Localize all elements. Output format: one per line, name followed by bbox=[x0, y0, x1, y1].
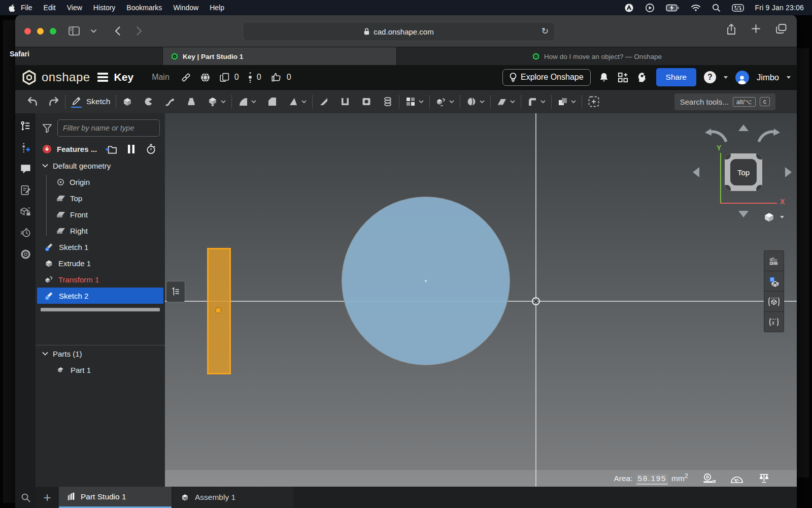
rollback-bar[interactable] bbox=[41, 308, 160, 311]
tree-item-top-plane[interactable]: Top bbox=[36, 190, 165, 206]
sketch-button[interactable]: Sketch bbox=[71, 96, 110, 108]
new-tab-icon[interactable] bbox=[751, 24, 761, 34]
view-cube-face-label[interactable]: Top bbox=[730, 159, 757, 185]
copies-icon[interactable] bbox=[219, 72, 230, 83]
helix-icon[interactable] bbox=[382, 96, 393, 107]
back-icon[interactable] bbox=[115, 26, 120, 36]
tree-item-origin[interactable]: Origin bbox=[36, 174, 165, 190]
thumbs-up-icon[interactable] bbox=[270, 72, 282, 83]
share-button[interactable]: Share bbox=[656, 68, 696, 86]
zoom-window-button[interactable] bbox=[50, 28, 56, 35]
graphics-canvas[interactable]: Y X Top bbox=[165, 113, 797, 487]
filter-funnel-icon[interactable] bbox=[42, 123, 52, 133]
sweep-icon[interactable] bbox=[164, 96, 176, 107]
menu-edit[interactable]: Edit bbox=[38, 4, 61, 12]
sketch2-vertex-point[interactable] bbox=[215, 307, 221, 313]
tree-item-sketch1[interactable]: Sketch 1 bbox=[36, 239, 165, 255]
area-value[interactable]: 58.195 bbox=[636, 474, 668, 485]
select-marquee-icon[interactable] bbox=[588, 96, 600, 108]
apple-icon[interactable] bbox=[8, 4, 15, 12]
tab-search-icon[interactable] bbox=[21, 493, 30, 502]
transform-tool[interactable] bbox=[435, 96, 454, 107]
tab-overview-icon[interactable] bbox=[776, 24, 787, 34]
help-caret-icon[interactable] bbox=[724, 76, 728, 79]
chamfer-icon[interactable] bbox=[266, 96, 278, 107]
feature-list-icon[interactable] bbox=[20, 120, 31, 132]
feature-panel-flyout-handle[interactable] bbox=[166, 281, 185, 302]
redo-icon[interactable] bbox=[48, 97, 59, 107]
notifications-bell-icon[interactable] bbox=[598, 72, 610, 83]
tree-group-default-geometry[interactable]: Default geometry bbox=[36, 157, 165, 174]
view-mode-button[interactable] bbox=[763, 211, 784, 224]
view-rotate-left-icon[interactable] bbox=[693, 167, 699, 177]
boolean-tool[interactable] bbox=[557, 96, 576, 107]
loft-icon[interactable] bbox=[186, 96, 197, 107]
rib-icon[interactable] bbox=[318, 96, 329, 107]
reference-manager-icon[interactable] bbox=[19, 206, 31, 217]
address-bar[interactable]: cad.onshape.com ↻ bbox=[243, 22, 555, 41]
document-title[interactable]: Key bbox=[114, 71, 134, 83]
protractor-icon[interactable] bbox=[730, 473, 743, 484]
sidebar-chevron-icon[interactable] bbox=[91, 29, 96, 33]
split-tool[interactable] bbox=[466, 96, 485, 107]
menu-window[interactable]: Window bbox=[167, 4, 204, 12]
tree-item-part1[interactable]: Part 1 bbox=[36, 362, 165, 378]
app-store-grid-icon[interactable] bbox=[617, 72, 629, 83]
update-available-icon[interactable] bbox=[42, 144, 52, 154]
draft-tool[interactable] bbox=[288, 96, 307, 107]
pattern-tool[interactable] bbox=[405, 96, 424, 107]
user-name[interactable]: Jimbo bbox=[757, 73, 779, 82]
reload-icon[interactable]: ↻ bbox=[542, 26, 549, 37]
surface-tool[interactable] bbox=[496, 96, 515, 107]
undo-icon[interactable] bbox=[27, 97, 38, 107]
play-circle-icon[interactable] bbox=[645, 3, 655, 13]
help-button[interactable]: ? bbox=[704, 71, 716, 83]
notes-icon[interactable] bbox=[20, 184, 31, 196]
add-tab-button[interactable]: + bbox=[36, 487, 59, 508]
rotate-right-icon[interactable] bbox=[758, 129, 781, 144]
minimize-window-button[interactable] bbox=[37, 28, 44, 35]
menubar-app-icon[interactable] bbox=[624, 3, 634, 13]
revolve-icon[interactable] bbox=[143, 96, 154, 107]
tree-item-right-plane[interactable]: Right bbox=[36, 223, 165, 239]
origin-marker[interactable] bbox=[532, 297, 540, 305]
hole-icon[interactable] bbox=[361, 96, 372, 107]
learning-center-icon[interactable] bbox=[636, 72, 649, 83]
wifi-icon[interactable] bbox=[691, 4, 701, 12]
measure-tape-icon[interactable] bbox=[702, 473, 716, 484]
rotate-left-icon[interactable] bbox=[704, 129, 727, 144]
onshape-search-icon[interactable] bbox=[20, 248, 31, 260]
tree-item-extrude1[interactable]: Extrude 1 bbox=[36, 255, 165, 271]
configurations-panel-button[interactable] bbox=[764, 292, 784, 312]
tree-group-parts[interactable]: Parts (1) bbox=[36, 345, 165, 362]
tree-item-sketch2-selected[interactable]: Sketch 2 bbox=[37, 288, 163, 304]
onshape-brand[interactable]: onshape bbox=[21, 70, 90, 85]
filter-input[interactable] bbox=[57, 119, 160, 137]
menu-history[interactable]: History bbox=[88, 4, 121, 12]
fillet-tool[interactable] bbox=[238, 96, 256, 107]
variables-panel-button[interactable]: x bbox=[764, 312, 784, 332]
view-rotate-down-icon[interactable] bbox=[738, 211, 749, 217]
thicken-tool[interactable] bbox=[207, 96, 226, 107]
appearance-panel-button[interactable] bbox=[764, 251, 784, 271]
menu-help[interactable]: Help bbox=[204, 4, 230, 12]
menu-view[interactable]: View bbox=[61, 4, 88, 12]
history-icon[interactable] bbox=[20, 227, 31, 239]
versions-icon[interactable] bbox=[248, 72, 252, 83]
globe-icon[interactable] bbox=[200, 72, 211, 83]
menubar-clock[interactable]: Fri 9 Jan 23:06 bbox=[755, 4, 804, 12]
sheet-metal-tool[interactable] bbox=[527, 96, 546, 107]
shell-icon[interactable] bbox=[340, 96, 351, 107]
battery-icon[interactable] bbox=[666, 4, 680, 12]
branch-label[interactable]: Main bbox=[152, 73, 170, 82]
new-folder-icon[interactable] bbox=[105, 144, 117, 154]
comments-icon[interactable] bbox=[20, 163, 31, 175]
view-cube-face[interactable]: Top bbox=[725, 153, 762, 191]
view-rotate-up-icon[interactable] bbox=[738, 124, 749, 131]
create-version-icon[interactable] bbox=[20, 142, 31, 153]
display-states-panel-button[interactable] bbox=[764, 271, 784, 292]
link-icon[interactable] bbox=[181, 72, 191, 83]
extrude-icon[interactable] bbox=[122, 96, 133, 107]
suppress-pause-icon[interactable] bbox=[127, 144, 135, 154]
view-rotate-right-icon[interactable] bbox=[785, 167, 792, 177]
